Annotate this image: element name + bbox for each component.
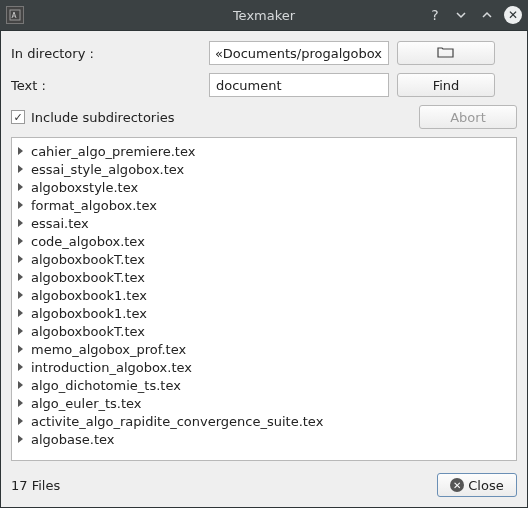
expand-icon bbox=[18, 183, 23, 191]
result-item[interactable]: algoboxbookT.tex bbox=[18, 268, 510, 286]
browse-button[interactable] bbox=[397, 41, 495, 65]
app-icon bbox=[6, 6, 24, 24]
result-filename: introduction_algobox.tex bbox=[31, 360, 192, 375]
result-filename: algoboxbookT.tex bbox=[31, 270, 145, 285]
include-subdirs-label: Include subdirectories bbox=[31, 110, 175, 125]
expand-icon bbox=[18, 219, 23, 227]
expand-icon bbox=[18, 237, 23, 245]
result-item[interactable]: algoboxbook1.tex bbox=[18, 286, 510, 304]
include-subdirs-checkbox[interactable]: ✓ Include subdirectories bbox=[11, 110, 411, 125]
checkbox-icon: ✓ bbox=[11, 110, 25, 124]
close-icon: ✕ bbox=[450, 478, 464, 492]
result-filename: algoboxstyle.tex bbox=[31, 180, 138, 195]
close-button[interactable]: ✕ Close bbox=[437, 473, 517, 497]
result-item[interactable]: algoboxbookT.tex bbox=[18, 322, 510, 340]
result-item[interactable]: format_algobox.tex bbox=[18, 196, 510, 214]
result-item[interactable]: essai_style_algobox.tex bbox=[18, 160, 510, 178]
expand-icon bbox=[18, 273, 23, 281]
text-label: Text : bbox=[11, 78, 201, 93]
text-value: document bbox=[216, 78, 282, 93]
expand-icon bbox=[18, 435, 23, 443]
result-filename: algoboxbook1.tex bbox=[31, 288, 147, 303]
result-filename: algo_euler_ts.tex bbox=[31, 396, 142, 411]
expand-icon bbox=[18, 363, 23, 371]
expand-icon bbox=[18, 201, 23, 209]
expand-icon bbox=[18, 417, 23, 425]
status-text: 17 Files bbox=[11, 478, 60, 493]
result-filename: algoboxbookT.tex bbox=[31, 252, 145, 267]
result-item[interactable]: algo_euler_ts.tex bbox=[18, 394, 510, 412]
directory-label: In directory : bbox=[11, 46, 201, 61]
result-filename: format_algobox.tex bbox=[31, 198, 157, 213]
text-row: Text : document Find bbox=[11, 73, 517, 97]
abort-button[interactable]: Abort bbox=[419, 105, 517, 129]
find-button[interactable]: Find bbox=[397, 73, 495, 97]
minimize-button[interactable] bbox=[452, 6, 470, 24]
result-item[interactable]: algoboxbook1.tex bbox=[18, 304, 510, 322]
result-item[interactable]: algo_dichotomie_ts.tex bbox=[18, 376, 510, 394]
maximize-button[interactable] bbox=[478, 6, 496, 24]
expand-icon bbox=[18, 147, 23, 155]
dialog-body: In directory : «Documents/progalgobox Te… bbox=[0, 30, 528, 508]
result-filename: essai.tex bbox=[31, 216, 89, 231]
expand-icon bbox=[18, 291, 23, 299]
result-item[interactable]: algobase.tex bbox=[18, 430, 510, 448]
close-label: Close bbox=[468, 478, 503, 493]
directory-input[interactable]: «Documents/progalgobox bbox=[209, 41, 389, 65]
expand-icon bbox=[18, 165, 23, 173]
expand-icon bbox=[18, 327, 23, 335]
footer: 17 Files ✕ Close bbox=[11, 469, 517, 497]
window-controls: ? ✕ bbox=[426, 6, 522, 24]
close-window-button[interactable]: ✕ bbox=[504, 6, 522, 24]
expand-icon bbox=[18, 309, 23, 317]
directory-row: In directory : «Documents/progalgobox bbox=[11, 41, 517, 65]
help-button[interactable]: ? bbox=[426, 6, 444, 24]
result-item[interactable]: algoboxbookT.tex bbox=[18, 250, 510, 268]
results-list[interactable]: cahier_algo_premiere.texessai_style_algo… bbox=[11, 137, 517, 461]
result-filename: essai_style_algobox.tex bbox=[31, 162, 184, 177]
result-filename: algobase.tex bbox=[31, 432, 114, 447]
result-filename: memo_algobox_prof.tex bbox=[31, 342, 186, 357]
result-filename: cahier_algo_premiere.tex bbox=[31, 144, 195, 159]
result-item[interactable]: cahier_algo_premiere.tex bbox=[18, 142, 510, 160]
result-item[interactable]: code_algobox.tex bbox=[18, 232, 510, 250]
result-item[interactable]: essai.tex bbox=[18, 214, 510, 232]
dialog-window: Texmaker ? ✕ In directory : «Documents/p… bbox=[0, 0, 528, 508]
folder-icon bbox=[437, 46, 455, 61]
text-input[interactable]: document bbox=[209, 73, 389, 97]
result-filename: code_algobox.tex bbox=[31, 234, 145, 249]
expand-icon bbox=[18, 255, 23, 263]
expand-icon bbox=[18, 399, 23, 407]
result-filename: activite_algo_rapidite_convergence_suite… bbox=[31, 414, 323, 429]
options-row: ✓ Include subdirectories Abort bbox=[11, 105, 517, 129]
result-item[interactable]: introduction_algobox.tex bbox=[18, 358, 510, 376]
titlebar[interactable]: Texmaker ? ✕ bbox=[0, 0, 528, 30]
result-filename: algoboxbookT.tex bbox=[31, 324, 145, 339]
result-filename: algoboxbook1.tex bbox=[31, 306, 147, 321]
directory-value: «Documents/progalgobox bbox=[215, 46, 382, 61]
result-item[interactable]: algoboxstyle.tex bbox=[18, 178, 510, 196]
result-filename: algo_dichotomie_ts.tex bbox=[31, 378, 181, 393]
result-item[interactable]: memo_algobox_prof.tex bbox=[18, 340, 510, 358]
result-item[interactable]: activite_algo_rapidite_convergence_suite… bbox=[18, 412, 510, 430]
expand-icon bbox=[18, 345, 23, 353]
expand-icon bbox=[18, 381, 23, 389]
